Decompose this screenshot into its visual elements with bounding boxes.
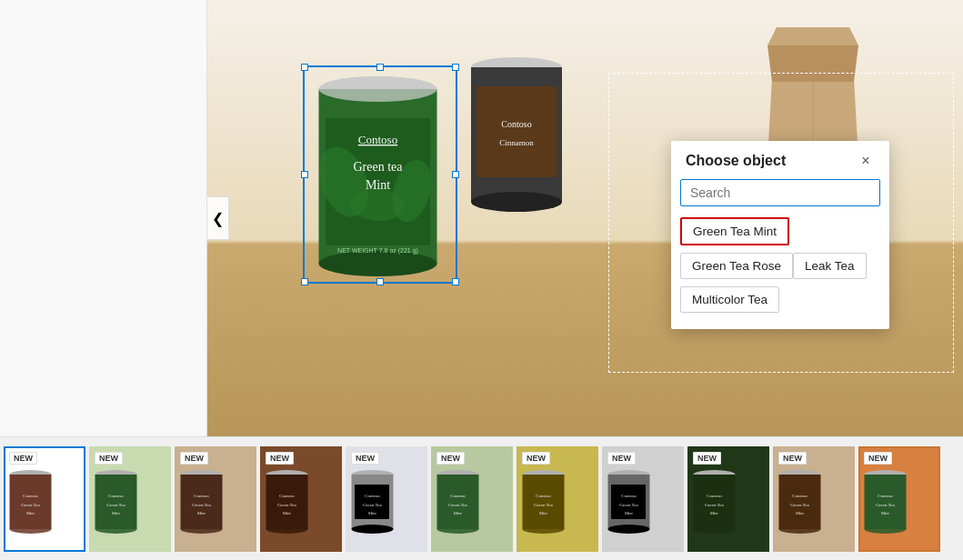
thumbnail-item-7[interactable]: NEW Contoso Green Tea Mint [517, 446, 598, 552]
list-item-multicolor-tea[interactable]: Multicolor Tea [680, 286, 779, 313]
thumbnail-item-8[interactable]: NEW Contoso Green Tea Mint [602, 446, 684, 552]
svg-text:Green Tea: Green Tea [192, 503, 211, 507]
left-panel [0, 0, 207, 436]
new-badge: NEW [351, 452, 379, 465]
svg-text:Contoso: Contoso [450, 494, 466, 498]
thumb-can-icon: Contoso Green Tea Mint [176, 468, 226, 541]
svg-point-82 [694, 525, 736, 534]
svg-point-2 [319, 251, 437, 276]
svg-point-47 [266, 525, 308, 534]
svg-text:Mint: Mint [197, 511, 206, 515]
svg-text:Contoso: Contoso [279, 494, 295, 498]
svg-point-40 [181, 525, 223, 534]
svg-text:Contoso: Contoso [501, 119, 531, 129]
svg-text:Mint: Mint [26, 511, 35, 515]
thumb-can-icon: Contoso Green Tea Mint [518, 468, 568, 541]
svg-text:NET WEIGHT 7.8 oz (221 g): NET WEIGHT 7.8 oz (221 g) [337, 247, 418, 255]
thumbnail-item-1[interactable]: NEW Contoso Green Tea Mint [4, 446, 85, 552]
thumbnail-item-4[interactable]: NEW Contoso Green Tea Mint [260, 446, 342, 552]
svg-text:Green Tea: Green Tea [619, 503, 638, 507]
new-badge: NEW [522, 452, 550, 465]
svg-text:Contoso: Contoso [194, 494, 209, 498]
thumbnail-item-2[interactable]: NEW Contoso Green Tea Mint [89, 446, 171, 552]
svg-point-14 [471, 192, 562, 212]
svg-marker-20 [767, 27, 858, 45]
new-badge: NEW [180, 452, 208, 465]
new-badge: NEW [778, 452, 807, 465]
svg-text:Contoso: Contoso [707, 494, 722, 498]
svg-text:Mint: Mint [112, 511, 121, 515]
svg-text:Contoso: Contoso [358, 133, 397, 146]
list-item-green-tea-mint[interactable]: Green Tea Mint [680, 217, 789, 245]
svg-point-96 [865, 525, 907, 534]
svg-text:Contoso: Contoso [536, 494, 551, 498]
new-badge: NEW [266, 452, 294, 465]
thumbnail-item-11[interactable]: NEW Contoso Green Tea Mint [858, 446, 940, 552]
thumb-can-icon: Contoso Green Tea Mint [5, 468, 55, 541]
modal-title: Choose object [686, 153, 786, 169]
chevron-left-icon: ❮ [212, 210, 224, 227]
nav-arrow-left[interactable]: ❮ [207, 196, 229, 240]
svg-text:Mint: Mint [881, 511, 890, 515]
svg-text:Contoso: Contoso [23, 494, 38, 498]
canvas-area: ❮ Contoso Green tea Mint [207, 0, 963, 436]
svg-point-3 [319, 76, 437, 102]
svg-text:Mint: Mint [539, 511, 548, 515]
svg-text:Contoso: Contoso [621, 494, 637, 498]
svg-point-68 [523, 525, 565, 534]
svg-text:Green Tea: Green Tea [448, 503, 467, 507]
svg-text:Mint: Mint [283, 511, 292, 515]
svg-text:Green tea: Green tea [353, 160, 403, 174]
svg-point-75 [608, 525, 650, 534]
list-item-leak-tea[interactable]: Leak Tea [793, 253, 867, 279]
svg-text:Mint: Mint [454, 511, 463, 515]
svg-text:Mint: Mint [710, 511, 719, 515]
svg-point-26 [10, 525, 52, 534]
new-badge: NEW [693, 452, 721, 465]
svg-text:Green Tea: Green Tea [876, 503, 895, 507]
thumb-can-icon: Contoso Green Tea Mint [433, 468, 483, 541]
thumbnail-item-10[interactable]: NEW Contoso Green Tea Mint [773, 446, 855, 552]
svg-text:Contoso: Contoso [878, 494, 893, 498]
thumbnail-item-9[interactable]: NEW Contoso Green Tea Mint [687, 446, 769, 552]
svg-text:Contoso: Contoso [792, 494, 808, 498]
thumb-can-icon: Contoso Green Tea Mint [262, 468, 312, 541]
svg-text:Cinnamon: Cinnamon [499, 138, 534, 147]
modal-header: Choose object × [671, 141, 889, 179]
svg-text:Mint: Mint [366, 178, 390, 192]
svg-point-89 [779, 525, 821, 534]
new-badge: NEW [607, 452, 636, 465]
choose-object-modal: Choose object × Green Tea MintGreen Tea … [671, 141, 889, 329]
product-can-2[interactable]: Contoso Cinnamon [462, 55, 571, 214]
thumb-can-icon: Contoso Green Tea Mint [775, 468, 825, 541]
thumbnail-strip: NEW Contoso Green Tea Mint NEW Contoso G… [0, 436, 963, 560]
new-badge: NEW [864, 452, 892, 465]
thumb-can-icon: Contoso Green Tea Mint [860, 468, 910, 541]
new-badge: NEW [436, 452, 465, 465]
thumbnail-item-6[interactable]: NEW Contoso Green Tea Mint [431, 446, 513, 552]
thumb-can-icon: Contoso Green Tea Mint [604, 468, 654, 541]
thumbnail-item-5[interactable]: NEW Contoso Green Tea Mint [346, 446, 427, 552]
svg-text:Green Tea: Green Tea [106, 503, 125, 507]
main-area: ❮ Contoso Green tea Mint [0, 0, 963, 436]
search-input[interactable] [680, 179, 880, 206]
new-badge: NEW [9, 452, 37, 465]
svg-text:Green Tea: Green Tea [534, 503, 553, 507]
thumbnail-item-3[interactable]: NEW Contoso Green Tea Mint [175, 446, 256, 552]
svg-text:Mint: Mint [796, 511, 805, 515]
svg-text:Green Tea: Green Tea [790, 503, 809, 507]
svg-text:Green Tea: Green Tea [21, 503, 40, 507]
svg-text:Green Tea: Green Tea [277, 503, 296, 507]
svg-text:Mint: Mint [625, 511, 634, 515]
svg-rect-15 [476, 86, 557, 177]
svg-text:Contoso: Contoso [365, 494, 380, 498]
product-can-selected[interactable]: Contoso Green tea Mint NET WEIGHT 7.8 oz… [307, 73, 448, 280]
svg-point-33 [95, 525, 137, 534]
svg-text:Green Tea: Green Tea [363, 503, 382, 507]
list-item-green-tea-rose[interactable]: Green Tea Rose [680, 253, 793, 279]
svg-point-61 [437, 525, 479, 534]
thumb-can-icon: Contoso Green Tea Mint [347, 468, 397, 541]
svg-text:Contoso: Contoso [108, 494, 124, 498]
modal-close-button[interactable]: × [857, 152, 875, 170]
thumb-can-icon: Contoso Green Tea Mint [91, 468, 141, 541]
